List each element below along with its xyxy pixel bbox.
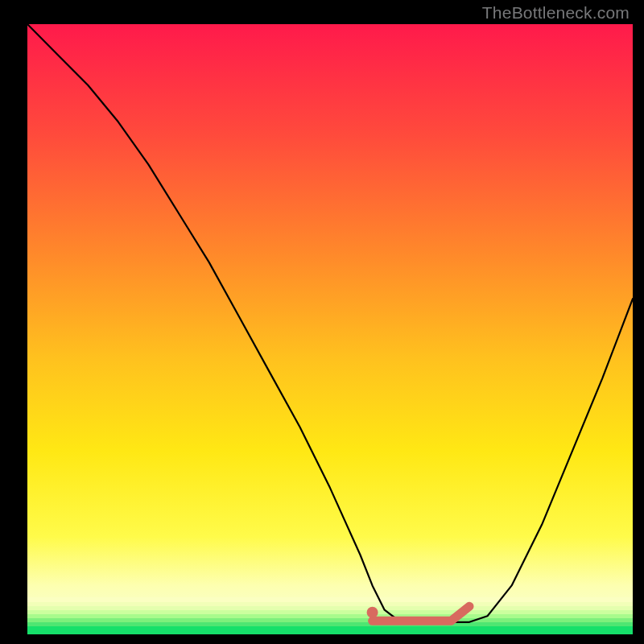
plot-svg [27, 24, 633, 634]
svg-rect-6 [27, 622, 633, 626]
watermark-text: TheBottleneck.com [482, 3, 630, 23]
svg-rect-0 [27, 597, 633, 602]
svg-rect-2 [27, 606, 633, 610]
svg-rect-7 [27, 626, 633, 634]
svg-rect-4 [27, 614, 633, 618]
plot-area [27, 24, 633, 634]
svg-rect-1 [27, 602, 633, 606]
svg-rect-3 [27, 610, 633, 614]
chart-container: TheBottleneck.com [0, 0, 644, 644]
optimal-start-dot [367, 607, 378, 618]
svg-rect-5 [27, 618, 633, 622]
gradient-background [27, 24, 633, 634]
green-zone-band [27, 597, 633, 634]
